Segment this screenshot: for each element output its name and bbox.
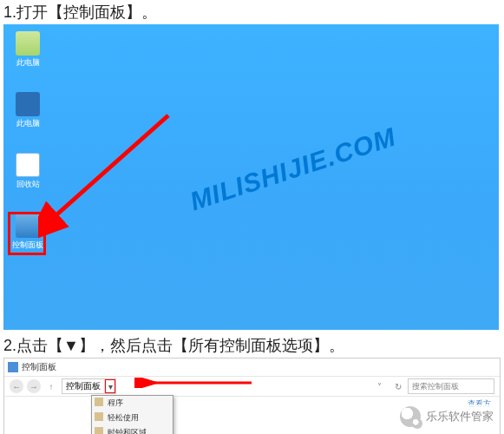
address-chevron-button[interactable]: ˅ — [372, 379, 386, 393]
this-pc-icon — [16, 92, 40, 116]
icon-label: 此电脑 — [10, 57, 45, 69]
brand-overlay: 乐乐软件管家 — [396, 404, 497, 429]
address-segment[interactable]: 控制面板 — [62, 379, 105, 393]
red-arrow-icon — [38, 111, 177, 250]
svg-line-1 — [51, 115, 168, 220]
window-title: 控制面板 — [22, 361, 56, 373]
step1-text: 1.打开【控制面板】。 — [0, 0, 504, 24]
search-input[interactable]: 搜索控制面板 — [408, 378, 494, 394]
address-dropdown-button[interactable]: ▾ — [105, 379, 115, 393]
dropdown-item-clock[interactable]: 时钟和区域 — [92, 425, 173, 434]
dropdown-item-ease[interactable]: 轻松使用 — [92, 411, 173, 425]
watermark-text: MILISHIJIE.COM — [187, 122, 400, 217]
recycle-bin-icon — [16, 153, 40, 177]
step2-text: 2.点击【▼】，然后点击【所有控制面板选项】。 — [0, 333, 504, 358]
refresh-button[interactable]: ↻ — [392, 380, 404, 392]
window-titlebar: 控制面板 — [4, 358, 500, 376]
address-dropdown-menu: 程序 轻松使用 时钟和区域 所有控制面板项 — [91, 395, 173, 434]
address-bar[interactable]: 控制面板 ▾ — [62, 378, 116, 394]
address-bar-row: ← → ↑ 控制面板 ▾ ˅ ↻ 搜索控制面板 — [4, 376, 500, 397]
dropdown-item-programs[interactable]: 程序 — [92, 396, 173, 411]
brand-logo-icon — [400, 406, 421, 427]
red-arrow-icon — [134, 378, 256, 388]
search-placeholder: 搜索控制面板 — [412, 381, 459, 392]
nav-up-button[interactable]: ↑ — [44, 379, 58, 393]
desktop-screenshot: 此电脑 此电脑 回收站 控制面板 MILISHIJIE.COM — [3, 24, 499, 330]
brand-text: 乐乐软件管家 — [426, 409, 494, 424]
user-folder-icon — [16, 31, 40, 56]
nav-forward-button[interactable]: → — [27, 379, 41, 393]
control-panel-small-icon — [8, 362, 18, 372]
desktop-icon-user[interactable]: 此电脑 — [10, 31, 45, 69]
nav-back-button[interactable]: ← — [10, 379, 23, 393]
